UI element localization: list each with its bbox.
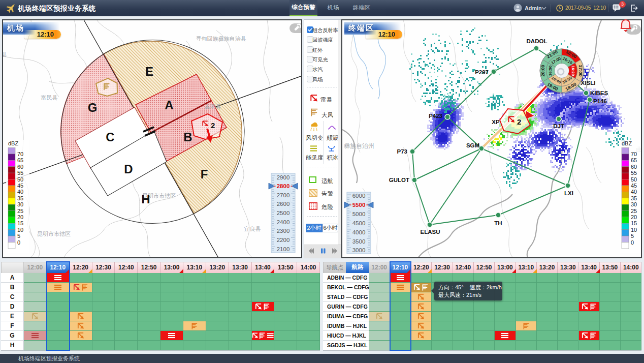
svg-text:嵩明县: 嵩明县 bbox=[205, 104, 221, 110]
svg-text:0: 0 bbox=[631, 239, 634, 246]
svg-text:2300: 2300 bbox=[277, 228, 290, 234]
svg-text:25: 25 bbox=[17, 208, 23, 214]
svg-text:55: 55 bbox=[631, 170, 637, 176]
svg-text:20:00: 20:00 bbox=[540, 65, 545, 76]
svg-text:DADOL: DADOL bbox=[527, 38, 548, 44]
svg-text:3500: 3500 bbox=[352, 238, 366, 245]
svg-text:5000: 5000 bbox=[352, 211, 366, 217]
svg-text:25: 25 bbox=[631, 208, 637, 214]
svg-text:2400: 2400 bbox=[277, 219, 290, 225]
svg-text:县: 县 bbox=[3, 51, 7, 57]
svg-text:dBZ: dBZ bbox=[8, 140, 18, 146]
svg-text:65: 65 bbox=[631, 157, 637, 163]
svg-text:45: 45 bbox=[631, 183, 637, 189]
svg-text:彝族自治州: 彝族自治州 bbox=[344, 142, 374, 149]
svg-text:20: 20 bbox=[17, 214, 23, 220]
svg-text:20: 20 bbox=[631, 214, 637, 220]
svg-text:70: 70 bbox=[17, 151, 23, 157]
svg-text:C: C bbox=[106, 130, 114, 144]
svg-text:15: 15 bbox=[17, 220, 23, 226]
svg-text:16:20: 16:20 bbox=[571, 66, 575, 76]
svg-text:2100: 2100 bbox=[277, 246, 290, 252]
svg-text:30: 30 bbox=[631, 201, 637, 207]
svg-text:6000: 6000 bbox=[352, 193, 366, 199]
svg-text:4000: 4000 bbox=[352, 229, 366, 235]
svg-text:2: 2 bbox=[517, 117, 521, 126]
svg-text:SGM: SGM bbox=[466, 142, 479, 148]
svg-text:2600: 2600 bbox=[277, 201, 290, 207]
svg-text:40: 40 bbox=[17, 189, 23, 195]
svg-text:55: 55 bbox=[17, 170, 23, 176]
svg-text:2: 2 bbox=[211, 121, 215, 130]
svg-text:65: 65 bbox=[17, 157, 23, 163]
svg-text:昆明市市辖区: 昆明市市辖区 bbox=[37, 231, 71, 237]
svg-text:2800: 2800 bbox=[277, 183, 290, 189]
svg-text:F: F bbox=[201, 167, 208, 181]
svg-text:LXI: LXI bbox=[564, 190, 573, 196]
svg-text:KIBES: KIBES bbox=[590, 90, 608, 96]
svg-text:E: E bbox=[145, 65, 153, 78]
svg-text:TH: TH bbox=[494, 220, 502, 226]
svg-text:P423: P423 bbox=[429, 113, 442, 119]
svg-text:10: 10 bbox=[17, 227, 23, 233]
svg-text:60: 60 bbox=[631, 164, 637, 170]
svg-text:P73: P73 bbox=[397, 148, 407, 155]
svg-text:寻甸回族彝族自治县: 寻甸回族彝族自治县 bbox=[196, 36, 246, 42]
svg-text:XP: XP bbox=[492, 119, 500, 125]
svg-text:A: A bbox=[165, 98, 173, 112]
svg-text:3000: 3000 bbox=[352, 247, 366, 253]
svg-text:15: 15 bbox=[631, 220, 637, 226]
svg-text:2200: 2200 bbox=[277, 237, 290, 243]
svg-text:G: G bbox=[88, 101, 98, 114]
svg-text:0: 0 bbox=[17, 239, 20, 246]
svg-text:2900: 2900 bbox=[277, 174, 290, 180]
svg-text:5: 5 bbox=[631, 233, 634, 239]
svg-text:B: B bbox=[183, 130, 192, 144]
svg-text:D: D bbox=[124, 162, 133, 176]
svg-text:P146: P146 bbox=[593, 98, 607, 104]
svg-text:5: 5 bbox=[17, 233, 20, 239]
svg-text:10: 10 bbox=[631, 227, 637, 233]
svg-text:70: 70 bbox=[631, 151, 637, 157]
svg-text:35: 35 bbox=[631, 195, 637, 201]
svg-text:P297: P297 bbox=[475, 69, 489, 75]
svg-text:GULOT: GULOT bbox=[389, 177, 409, 183]
svg-text:DJT: DJT bbox=[553, 123, 564, 129]
svg-text:2500: 2500 bbox=[277, 210, 290, 216]
svg-text:16:50: 16:50 bbox=[548, 65, 553, 76]
svg-text:dBZ: dBZ bbox=[622, 140, 632, 146]
svg-text:富民县: 富民县 bbox=[41, 95, 58, 101]
svg-text:60: 60 bbox=[17, 164, 23, 170]
svg-text:ELASU: ELASU bbox=[421, 229, 440, 235]
svg-text:40: 40 bbox=[631, 189, 637, 195]
svg-text:30: 30 bbox=[17, 201, 23, 207]
svg-text:2700: 2700 bbox=[277, 192, 290, 198]
svg-text:H: H bbox=[141, 192, 150, 206]
svg-text:17:00: 17:00 bbox=[578, 65, 583, 76]
svg-text:宜良县: 宜良县 bbox=[244, 226, 261, 232]
svg-text:50: 50 bbox=[631, 176, 637, 183]
svg-text:5500: 5500 bbox=[352, 202, 366, 208]
svg-text:50: 50 bbox=[17, 176, 23, 183]
svg-text:35: 35 bbox=[17, 195, 23, 201]
svg-text:4500: 4500 bbox=[352, 220, 366, 226]
svg-text:45: 45 bbox=[17, 183, 23, 189]
